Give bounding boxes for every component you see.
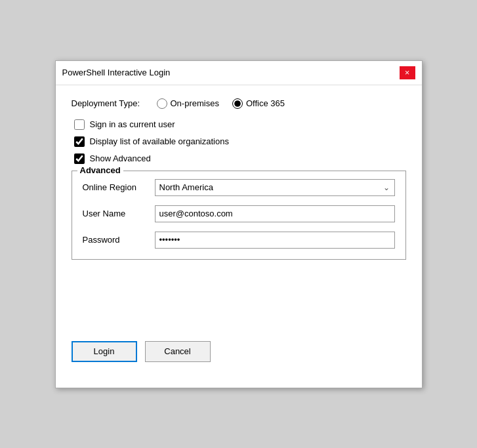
cancel-button[interactable]: Cancel bbox=[145, 341, 211, 362]
username-label: User Name bbox=[83, 209, 155, 218]
radio-onpremises-input[interactable] bbox=[157, 98, 167, 109]
dialog-body: Deployment Type: On-premises Office 365 … bbox=[56, 85, 422, 273]
password-input[interactable] bbox=[155, 232, 395, 249]
advanced-legend: Advanced bbox=[77, 165, 123, 175]
online-region-select[interactable]: North America Europe Asia Pacific South … bbox=[155, 179, 395, 196]
radio-office365-label: Office 365 bbox=[246, 98, 285, 108]
deployment-radio-group: On-premises Office 365 bbox=[157, 98, 285, 109]
deployment-type-row: Deployment Type: On-premises Office 365 bbox=[72, 98, 406, 109]
display-list-row: Display list of available organizations bbox=[72, 136, 406, 147]
online-region-label: Online Region bbox=[83, 182, 155, 192]
deployment-label: Deployment Type: bbox=[72, 98, 157, 108]
show-advanced-checkbox[interactable] bbox=[74, 153, 85, 164]
title-bar: PowerShell Interactive Login × bbox=[56, 61, 422, 85]
radio-onpremises-label: On-premises bbox=[171, 98, 219, 108]
password-label: Password bbox=[83, 235, 155, 245]
show-advanced-row: Show Advanced bbox=[72, 153, 406, 164]
sign-in-current-user-row: Sign in as current user bbox=[72, 119, 406, 130]
login-button[interactable]: Login bbox=[72, 341, 137, 362]
display-list-label[interactable]: Display list of available organizations bbox=[90, 136, 229, 146]
show-advanced-label[interactable]: Show Advanced bbox=[90, 153, 151, 163]
sign-in-current-user-label[interactable]: Sign in as current user bbox=[90, 119, 175, 129]
password-row: Password bbox=[83, 232, 395, 249]
advanced-group: Advanced Online Region North America Eur… bbox=[72, 171, 406, 260]
radio-office365[interactable]: Office 365 bbox=[232, 98, 285, 109]
sign-in-current-user-checkbox[interactable] bbox=[74, 119, 85, 130]
username-row: User Name bbox=[83, 205, 395, 222]
button-row: Login Cancel bbox=[56, 325, 422, 375]
online-region-row: Online Region North America Europe Asia … bbox=[83, 179, 395, 196]
online-region-select-wrapper: North America Europe Asia Pacific South … bbox=[155, 179, 395, 196]
radio-onpremises[interactable]: On-premises bbox=[157, 98, 219, 109]
username-input[interactable] bbox=[155, 205, 395, 222]
display-list-checkbox[interactable] bbox=[74, 136, 85, 147]
dialog-title: PowerShell Interactive Login bbox=[62, 68, 171, 77]
radio-office365-input[interactable] bbox=[232, 98, 243, 109]
dialog-window: PowerShell Interactive Login × Deploymen… bbox=[55, 60, 423, 388]
close-button[interactable]: × bbox=[400, 66, 415, 79]
